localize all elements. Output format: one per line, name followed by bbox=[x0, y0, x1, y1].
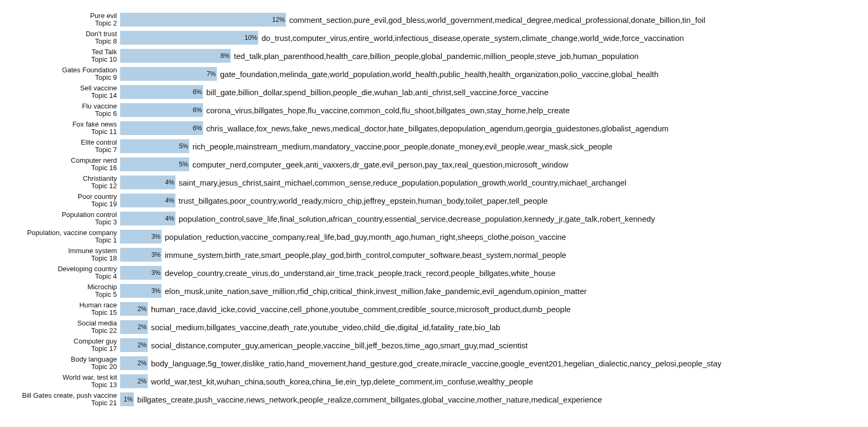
topic-number: Topic 22 bbox=[5, 327, 117, 334]
bar-cell: 3%population_reduction,vaccine_company,r… bbox=[120, 228, 863, 246]
y-axis-label: Flu vaccineTopic 6 bbox=[5, 101, 120, 119]
topic-number: Topic 8 bbox=[5, 38, 117, 45]
bar-value-label: 6% bbox=[120, 119, 203, 137]
topic-number: Topic 19 bbox=[5, 200, 117, 208]
topic-terms: population_control,save_life,final_solut… bbox=[175, 210, 655, 228]
topic-terms: world_war,test_kit,wuhan_china,south_kor… bbox=[148, 372, 533, 390]
topic-terms: gate_foundation,melinda_gate,world_popul… bbox=[217, 65, 659, 83]
topic-terms: social_distance,computer_guy,american_pe… bbox=[148, 336, 528, 354]
bar-value-label: 3% bbox=[120, 246, 162, 264]
y-axis-label: Ted TalkTopic 10 bbox=[5, 47, 120, 65]
y-axis-label: Population, vaccine companyTopic 1 bbox=[5, 228, 120, 246]
topic-title: Gates Foundation bbox=[5, 66, 117, 74]
chart-row: Population, vaccine companyTopic 13%popu… bbox=[5, 228, 863, 246]
bar-cell: 12%comment_section,pure_evil,god_bless,w… bbox=[120, 11, 863, 29]
chart-row: Bill Gates create, push vaccineTopic 211… bbox=[5, 390, 863, 408]
topic-number: Topic 1 bbox=[5, 237, 117, 244]
bar-value-label: 2% bbox=[120, 372, 148, 390]
chart-row: World war, test kitTopic 132%world_war,t… bbox=[5, 372, 863, 390]
topic-terms: population_reduction,vaccine_company,rea… bbox=[162, 228, 566, 246]
topic-title: Poor country bbox=[5, 193, 117, 200]
topic-terms: rich_people,mainstream_medium,mandatory_… bbox=[189, 137, 612, 155]
topic-number: Topic 3 bbox=[5, 219, 117, 226]
topic-title: Elite control bbox=[5, 139, 117, 146]
bar-cell: 2%world_war,test_kit,wuhan_china,south_k… bbox=[120, 372, 863, 390]
bar-cell: 10%do_trust,computer_virus,entire_world,… bbox=[120, 29, 863, 47]
bar-cell: 2%human_race,david_icke,covid_vaccine,ce… bbox=[120, 300, 863, 318]
y-axis-label: Developing countryTopic 4 bbox=[5, 264, 120, 282]
y-axis-label: ChristianityTopic 12 bbox=[5, 173, 120, 191]
bar-cell: 3%immune_system,birth_rate,smart_people,… bbox=[120, 246, 863, 264]
bar-cell: 4%saint_mary,jesus_christ,saint_michael,… bbox=[120, 173, 863, 191]
bar-value-label: 4% bbox=[120, 173, 175, 191]
topic-terms: elon_musk,unite_nation,save_million,rfid… bbox=[162, 282, 587, 300]
y-axis-label: Social mediaTopic 22 bbox=[5, 318, 120, 336]
chart-row: Immune systemTopic 183%immune_system,bir… bbox=[5, 246, 863, 264]
topic-number: Topic 9 bbox=[5, 74, 117, 81]
y-axis-label: Immune systemTopic 18 bbox=[5, 246, 120, 264]
chart-row: Elite controlTopic 75%rich_people,mainst… bbox=[5, 137, 863, 155]
chart-row: Flu vaccineTopic 66%corona_virus,billgat… bbox=[5, 101, 863, 119]
topic-title: Don't trust bbox=[5, 30, 117, 38]
topic-terms: comment_section,pure_evil,god_bless,worl… bbox=[286, 11, 705, 29]
topic-terms: body_language,5g_tower,dislike_ratio,han… bbox=[148, 354, 721, 372]
topic-number: Topic 7 bbox=[5, 146, 117, 154]
bar-cell: 3%develop_country,create_virus,do_unders… bbox=[120, 264, 863, 282]
topic-terms: develop_country,create_virus,do_understa… bbox=[162, 264, 555, 282]
topic-number: Topic 12 bbox=[5, 182, 117, 190]
y-axis-label: Elite controlTopic 7 bbox=[5, 137, 120, 155]
bar-value-label: 7% bbox=[120, 65, 217, 83]
bar-cell: 4%population_control,save_life,final_sol… bbox=[120, 210, 863, 228]
y-axis-label: Poor countryTopic 19 bbox=[5, 191, 120, 210]
chart-row: Don't trustTopic 810%do_trust,computer_v… bbox=[5, 29, 863, 47]
chart-row: Pure evilTopic 212%comment_section,pure_… bbox=[5, 11, 863, 29]
chart-row: Human raceTopic 152%human_race,david_ick… bbox=[5, 300, 863, 318]
topic-title: Pure evil bbox=[5, 12, 117, 20]
topic-title: Flu vaccine bbox=[5, 103, 117, 110]
bar-value-label: 6% bbox=[120, 83, 203, 101]
topic-title: Body language bbox=[5, 356, 117, 363]
y-axis-label: Fox fake newsTopic 11 bbox=[5, 119, 120, 137]
topic-title: Fox fake news bbox=[5, 121, 117, 128]
bar-cell: 1%billgates_create,push_vaccine,news_net… bbox=[120, 390, 863, 408]
topic-number: Topic 6 bbox=[5, 110, 117, 118]
y-axis-label: Sell vaccineTopic 14 bbox=[5, 83, 120, 101]
topic-number: Topic 2 bbox=[5, 20, 117, 27]
topic-title: Ted Talk bbox=[5, 48, 117, 56]
topic-terms: ted_talk,plan_parenthood,health_care,bil… bbox=[231, 47, 638, 65]
topic-title: Sell vaccine bbox=[5, 85, 117, 92]
topic-title: Computer guy bbox=[5, 338, 117, 345]
bar-value-label: 3% bbox=[120, 282, 162, 300]
topic-title: Population, vaccine company bbox=[5, 229, 117, 237]
bar-value-label: 3% bbox=[120, 264, 162, 282]
bar-value-label: 4% bbox=[120, 191, 175, 210]
topic-number: Topic 13 bbox=[5, 381, 117, 389]
bar-cell: 3%elon_musk,unite_nation,save_million,rf… bbox=[120, 282, 863, 300]
bar-cell: 5%rich_people,mainstream_medium,mandator… bbox=[120, 137, 863, 155]
chart-row: Population controlTopic 34%population_co… bbox=[5, 210, 863, 228]
bar-value-label: 2% bbox=[120, 318, 148, 336]
y-axis-label: Pure evilTopic 2 bbox=[5, 11, 120, 29]
topic-number: Topic 11 bbox=[5, 128, 117, 136]
bar-cell: 6%corona_virus,billgates_hope,flu_vaccin… bbox=[120, 101, 863, 119]
topic-number: Topic 20 bbox=[5, 363, 117, 371]
bar-cell: 2%social_medium,billgates_vaccine,death_… bbox=[120, 318, 863, 336]
y-axis-label: Computer nerdTopic 16 bbox=[5, 155, 120, 173]
y-axis-label: MicrochipTopic 5 bbox=[5, 282, 120, 300]
topic-terms: bill_gate,billion_dollar,spend_billion,p… bbox=[203, 83, 549, 101]
topic-title: Bill Gates create, push vaccine bbox=[5, 392, 117, 399]
topic-terms: social_medium,billgates_vaccine,death_ra… bbox=[148, 318, 500, 336]
bar-cell: 5%computer_nerd,computer_geek,anti_vaxxe… bbox=[120, 155, 863, 173]
topic-terms: do_trust,computer_virus,entire_world,inf… bbox=[258, 29, 684, 47]
y-axis-label: Human raceTopic 15 bbox=[5, 300, 120, 318]
y-axis-label: Body languageTopic 20 bbox=[5, 354, 120, 372]
bar-value-label: 1% bbox=[120, 390, 134, 408]
topic-title: Christianity bbox=[5, 175, 117, 182]
topic-terms: immune_system,birth_rate,smart_people,pl… bbox=[162, 246, 566, 264]
topic-bar-chart: Pure evilTopic 212%comment_section,pure_… bbox=[0, 0, 868, 427]
topic-terms: trust_billgates,poor_country,world_ready… bbox=[175, 191, 547, 210]
topic-title: World war, test kit bbox=[5, 374, 117, 381]
topic-terms: computer_nerd,computer_geek,anti_vaxxers… bbox=[189, 155, 568, 173]
topic-number: Topic 18 bbox=[5, 255, 117, 262]
chart-row: Gates FoundationTopic 97%gate_foundation… bbox=[5, 65, 863, 83]
